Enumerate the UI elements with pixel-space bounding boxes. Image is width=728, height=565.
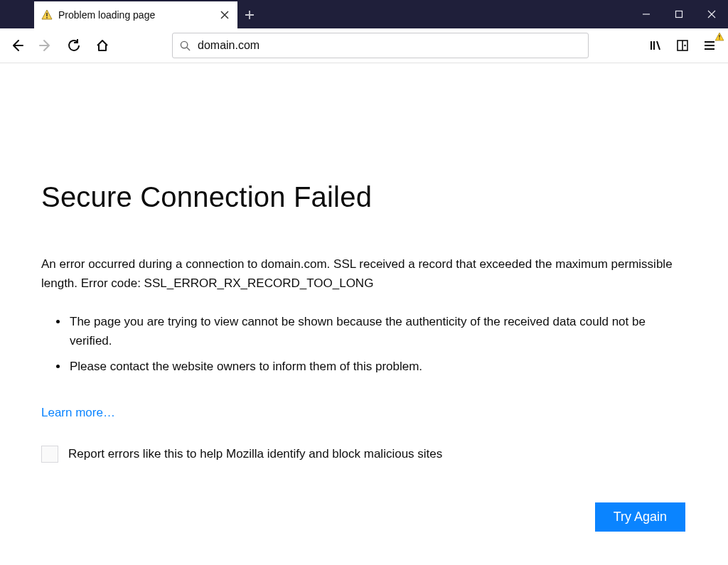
back-button[interactable] xyxy=(4,33,30,58)
menu-warning-badge-icon xyxy=(715,31,724,44)
svg-rect-3 xyxy=(676,11,682,18)
window-maximize-button[interactable] xyxy=(663,0,695,28)
close-tab-button[interactable] xyxy=(219,9,230,21)
svg-rect-9 xyxy=(719,35,719,38)
error-bullets: The page you are trying to view cannot b… xyxy=(68,313,687,376)
titlebar: Problem loading page xyxy=(0,0,728,28)
url-text: domain.com xyxy=(198,39,259,52)
forward-button[interactable] xyxy=(33,33,58,58)
try-again-button[interactable]: Try Again xyxy=(595,502,685,532)
toolbar-right xyxy=(643,33,724,58)
svg-rect-10 xyxy=(719,38,719,39)
search-icon xyxy=(180,41,191,51)
learn-more-link[interactable]: Learn more… xyxy=(41,406,115,420)
library-button[interactable] xyxy=(643,33,668,58)
svg-rect-1 xyxy=(46,13,47,16)
report-row: Report errors like this to help Mozilla … xyxy=(41,446,687,463)
sidebar-button[interactable] xyxy=(670,33,695,58)
action-row: Try Again xyxy=(41,502,687,532)
app-menu-button[interactable] xyxy=(697,33,722,58)
error-bullet: The page you are trying to view cannot b… xyxy=(68,313,687,350)
reload-button[interactable] xyxy=(61,33,87,58)
error-description: An error occurred during a connection to… xyxy=(41,254,687,293)
window-close-button[interactable] xyxy=(695,0,728,28)
tab-strip-gap xyxy=(0,0,34,28)
home-button[interactable] xyxy=(90,33,115,58)
error-bullet: Please contact the website owners to inf… xyxy=(68,357,687,376)
error-heading: Secure Connection Failed xyxy=(41,103,687,213)
svg-rect-2 xyxy=(46,17,47,18)
new-tab-button[interactable] xyxy=(237,1,262,28)
report-label: Report errors like this to help Mozilla … xyxy=(68,447,442,461)
error-page-content: Secure Connection Failed An error occurr… xyxy=(0,63,728,532)
svg-point-4 xyxy=(181,41,187,48)
window-minimize-button[interactable] xyxy=(630,0,663,28)
svg-point-7 xyxy=(684,45,686,47)
tab-title: Problem loading page xyxy=(58,9,213,21)
warning-icon xyxy=(41,9,53,21)
report-checkbox[interactable] xyxy=(41,446,58,463)
browser-tab[interactable]: Problem loading page xyxy=(34,1,237,28)
url-bar[interactable]: domain.com xyxy=(172,33,589,58)
window-controls xyxy=(630,0,728,28)
nav-toolbar: domain.com xyxy=(0,28,728,63)
